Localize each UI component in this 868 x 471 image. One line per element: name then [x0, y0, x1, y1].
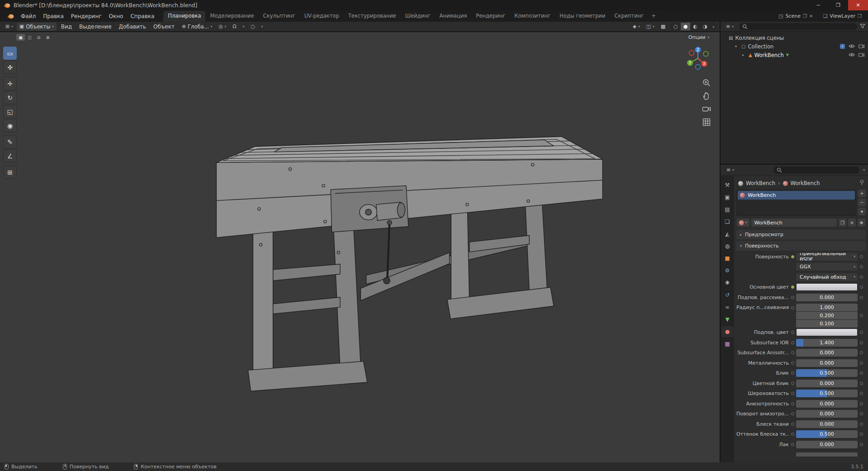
editor-type-button[interactable]: ⊞▾	[3, 23, 16, 30]
snap-dropdown[interactable]: ▾	[240, 24, 247, 29]
clipped-field[interactable]	[796, 452, 858, 457]
decorator-dot[interactable]	[860, 296, 863, 299]
workspace-tab[interactable]: Моделирование	[205, 11, 258, 22]
viewlayer-selector[interactable]: ❏ ViewLayer ❐	[820, 12, 864, 20]
preview-section-header[interactable]: ▸ Предпросмотр	[736, 230, 866, 239]
decorator-dot[interactable]	[860, 392, 863, 395]
properties-tab-scene[interactable]: ◭	[721, 228, 734, 239]
number-slider[interactable]: 1.400	[796, 339, 858, 347]
color-field[interactable]	[796, 283, 858, 291]
properties-tab-tool[interactable]: ⚒	[721, 180, 734, 190]
show-overlays-button[interactable]: ◫▾	[644, 23, 657, 30]
decorator-dot[interactable]	[860, 285, 863, 289]
filter-button[interactable]	[860, 24, 865, 30]
pivot-dropdown[interactable]: ◎▾	[216, 23, 229, 30]
render-camera-icon[interactable]	[859, 52, 864, 58]
workspace-tab[interactable]: Композитинг	[510, 11, 555, 22]
number-slider[interactable]: 0.000	[796, 420, 858, 428]
properties-tab-material[interactable]: ●	[721, 326, 734, 337]
properties-tab-view-layer[interactable]: ❏	[721, 216, 734, 227]
tool-options-dropdown[interactable]: Опции ▾	[684, 33, 713, 41]
workspace-tab[interactable]: Шейдинг	[401, 11, 435, 22]
color-field[interactable]	[796, 328, 858, 336]
scene-selector[interactable]: ◳ Scene ❐ ✕	[776, 12, 816, 20]
add-slot-button[interactable]: +	[858, 190, 866, 197]
viewport-menu-item[interactable]: Выделение	[76, 22, 115, 31]
hide-eye-icon[interactable]	[849, 52, 855, 58]
workspace-tab[interactable]: Анимация	[435, 11, 472, 22]
properties-tab-constraints[interactable]: ∞	[721, 302, 734, 313]
shading-wireframe-button[interactable]: ○	[671, 23, 681, 30]
outliner-editor-button[interactable]: ≡▾	[723, 23, 736, 30]
decorator-dot[interactable]	[860, 331, 863, 334]
decorator-dot[interactable]	[860, 402, 863, 405]
select-new-button[interactable]: ▣	[16, 34, 25, 41]
maximize-button[interactable]: ❐	[828, 0, 848, 10]
new-scene-icon[interactable]: ❐	[803, 14, 807, 19]
mode-dropdown[interactable]: ▣ Объекты ▾	[17, 23, 57, 31]
shading-rendered-button[interactable]: ◑	[700, 23, 710, 30]
tool-measure[interactable]: ∠	[3, 149, 17, 162]
viewport-menu-item[interactable]: Вид	[57, 22, 76, 31]
minimize-button[interactable]: ─	[808, 0, 828, 10]
number-field[interactable]: 0.200	[796, 312, 858, 319]
zoom-button[interactable]	[702, 78, 711, 88]
number-slider[interactable]: 0.500	[796, 430, 858, 438]
outliner-search-input[interactable]	[739, 23, 857, 30]
decorator-dot[interactable]	[860, 443, 863, 446]
workspace-tab[interactable]: Скриптинг	[610, 11, 648, 22]
workspace-tab[interactable]: Текстурирование	[344, 11, 401, 22]
new-viewlayer-icon[interactable]: ❐	[858, 14, 862, 19]
material-slot-list[interactable]: WorkBench	[736, 190, 856, 216]
pin-icon[interactable]	[860, 180, 864, 187]
workspace-tab[interactable]: Рендеринг	[471, 11, 510, 22]
properties-tab-render[interactable]: ▣	[721, 192, 734, 203]
camera-view-button[interactable]	[702, 105, 711, 114]
tool-rotate[interactable]: ↻	[3, 91, 17, 104]
menu-item[interactable]: Окно	[105, 12, 127, 21]
properties-tab-object[interactable]: ■	[721, 253, 734, 264]
decorator-dot[interactable]	[860, 371, 863, 375]
number-slider[interactable]: 0.000	[796, 400, 858, 408]
decorator-dot[interactable]	[860, 255, 863, 258]
shading-dropdown[interactable]: ▾	[710, 23, 717, 30]
enum-dropdown[interactable]: Случайный обход▾	[796, 273, 858, 281]
decorator-dot[interactable]	[860, 433, 863, 436]
decorator-dot[interactable]	[860, 265, 863, 268]
breadcrumb-object[interactable]: WorkBench	[746, 180, 775, 186]
browse-material-button[interactable]: ▾	[737, 219, 749, 227]
properties-tab-texture[interactable]: ▦	[721, 338, 734, 349]
select-subtract-button[interactable]: ⊟	[34, 34, 43, 41]
select-extend-button[interactable]: ◫	[25, 34, 34, 41]
tool-add-cube[interactable]: ⊞	[3, 166, 17, 179]
decorator-dot[interactable]	[860, 382, 863, 385]
material-name-field[interactable]: WorkBench	[751, 219, 837, 227]
xray-toggle[interactable]: ▩	[658, 23, 668, 30]
decorator-dot[interactable]	[860, 423, 863, 426]
material-slot-selected[interactable]: WorkBench	[738, 191, 855, 200]
snap-toggle[interactable]: Ω	[230, 23, 239, 30]
exclude-checkbox[interactable]: ✓	[840, 44, 845, 49]
number-slider[interactable]: 0.000	[796, 380, 858, 387]
unlink-material-button[interactable]: ✕	[848, 219, 856, 227]
pan-button[interactable]	[702, 91, 711, 101]
outliner-row-scene-collection[interactable]: ▤ Коллекция сцены	[721, 33, 868, 42]
decorator-dot[interactable]	[860, 314, 863, 317]
decorator-dot[interactable]	[860, 276, 863, 279]
blender-menu-icon[interactable]	[7, 14, 14, 19]
menu-item[interactable]: Файл	[17, 12, 39, 21]
hide-eye-icon[interactable]	[849, 43, 855, 50]
number-field[interactable]: 1.000	[796, 304, 858, 311]
workbench-model[interactable]	[0, 32, 720, 462]
proportional-dropdown[interactable]: ▾	[259, 24, 266, 29]
shading-solid-button[interactable]: ●	[681, 23, 691, 30]
properties-tab-world[interactable]: ◍	[721, 241, 734, 252]
tool-scale[interactable]: ◱	[3, 105, 17, 118]
toggle-projection-button[interactable]	[702, 118, 711, 128]
proportional-toggle[interactable]: ○	[248, 23, 258, 30]
expand-arrow-icon[interactable]: ▸	[742, 53, 746, 57]
new-material-button[interactable]: ❐	[839, 219, 846, 227]
render-camera-icon[interactable]	[859, 43, 864, 50]
properties-tab-particles[interactable]: ✱	[721, 277, 734, 288]
workspace-tab[interactable]: Скульптинг	[259, 11, 300, 22]
